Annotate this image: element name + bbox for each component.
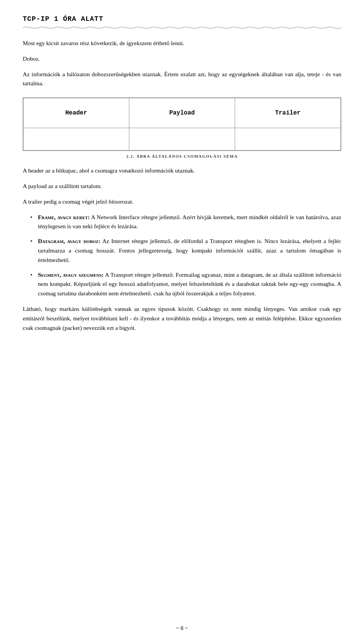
figure-caption: 2.2. Ábra Általános csomagolási séma xyxy=(23,154,341,158)
closing-paragraph: Látható, hogy markáns különbségek vannak… xyxy=(23,304,341,332)
page-title: TCP-IP 1 ÓRA ALATT xyxy=(23,15,341,23)
after-diagram-para-2: A payload az a szállított tartalom. xyxy=(23,182,341,191)
diagram-header-cell-empty xyxy=(24,128,129,151)
after-diagram-para-3: A trailer pedig a csomag végét jelző bit… xyxy=(23,197,341,207)
list-item-datagram: Datagram, avagy doboz: Az Internet réteg… xyxy=(30,237,341,265)
after-diagram-para-1: A header az a bitkupac, ahol a csomagra … xyxy=(23,166,341,176)
diagram-payload-cell-empty xyxy=(129,128,235,151)
intro-paragraph-1: Most egy kicsit zavaros rész következik,… xyxy=(23,39,341,48)
doboz-label: Doboz. xyxy=(23,54,341,64)
diagram-box: Header Payload Trailer xyxy=(23,97,341,151)
diagram-trailer-cell-empty xyxy=(235,128,341,151)
diagram-payload-cell: Payload xyxy=(129,98,235,128)
list-item-segment: Segment, avagy szegmens: A Transport rét… xyxy=(30,270,341,298)
datagram-label: Datagram, avagy doboz: xyxy=(38,238,100,244)
diagram-header-cell: Header xyxy=(24,98,129,128)
intro-paragraph-2: Az információk a hálózaton dobozszerűség… xyxy=(23,70,341,89)
wave-divider-top xyxy=(23,25,341,31)
list-item-frame: Frame, avagy keret: A Network Interface … xyxy=(30,213,341,232)
page-number: ~ 8 ~ xyxy=(0,625,364,632)
bullet-list: Frame, avagy keret: A Network Interface … xyxy=(23,213,341,298)
segment-label: Segment, avagy szegmens: xyxy=(38,271,104,278)
diagram-trailer-cell: Trailer xyxy=(235,98,341,128)
frame-label: Frame, avagy keret: xyxy=(38,214,90,220)
